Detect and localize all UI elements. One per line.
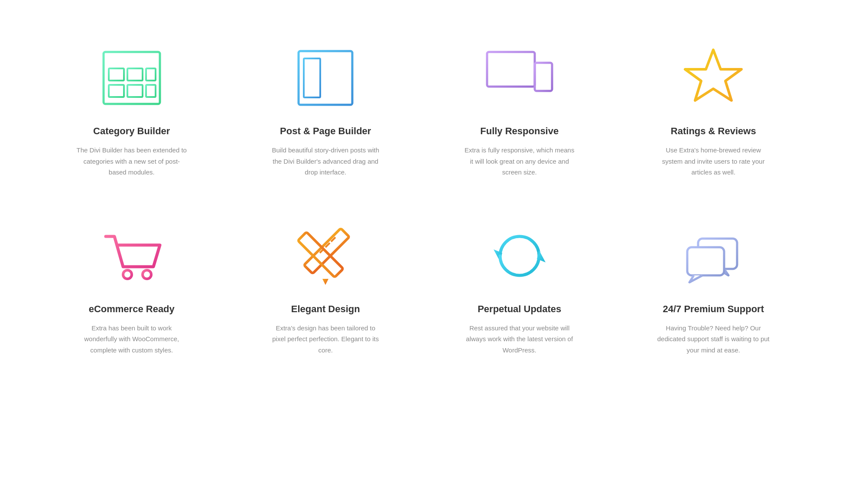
premium-support-icon [679,221,748,291]
perpetual-updates-icon [485,221,554,291]
svg-rect-5 [109,85,124,97]
feature-card-ecommerce-ready: eCommerce Ready Extra has been built to … [35,204,229,382]
svg-marker-19 [685,50,741,100]
svg-rect-4 [146,68,156,81]
svg-rect-31 [687,247,724,275]
features-grid: Category Builder The Divi Builder has be… [0,0,845,407]
category-builder-icon [97,43,166,113]
feature-card-perpetual-updates: Perpetual Updates Rest assured that your… [422,204,617,382]
elegant-design-icon [291,221,360,291]
elegant-design-desc: Extra's design has been tailored to pixe… [269,323,382,356]
fully-responsive-desc: Extra is fully responsive, which means i… [463,145,576,178]
svg-rect-6 [127,85,143,97]
ecommerce-ready-title: eCommerce Ready [89,304,175,315]
feature-card-premium-support: 24/7 Premium Support Having Trouble? Nee… [617,204,811,382]
feature-card-post-page-builder: Post & Page Builder Build beautiful stor… [229,26,423,204]
feature-card-elegant-design: Elegant Design Extra's design has been t… [229,204,423,382]
svg-rect-9 [304,58,320,97]
svg-point-21 [143,270,151,279]
post-page-builder-desc: Build beautiful story-driven posts with … [269,145,382,178]
svg-rect-17 [535,63,552,91]
premium-support-title: 24/7 Premium Support [663,304,764,315]
ratings-reviews-icon [679,43,748,113]
post-page-builder-title: Post & Page Builder [280,126,371,137]
category-builder-desc: The Divi Builder has been extended to ca… [75,145,188,178]
svg-rect-2 [109,68,124,81]
ratings-reviews-title: Ratings & Reviews [671,126,756,137]
ecommerce-ready-icon [97,221,166,291]
premium-support-desc: Having Trouble? Need help? Our dedicated… [657,323,770,356]
svg-rect-14 [487,52,535,87]
elegant-design-title: Elegant Design [291,304,360,315]
fully-responsive-icon [485,43,554,113]
perpetual-updates-title: Perpetual Updates [478,304,561,315]
svg-rect-7 [146,85,156,97]
feature-card-ratings-reviews: Ratings & Reviews Use Extra's home-brewe… [617,26,811,204]
category-builder-title: Category Builder [93,126,170,137]
svg-rect-26 [298,232,344,277]
svg-rect-3 [127,68,143,81]
svg-marker-27 [322,279,328,285]
feature-card-fully-responsive: Fully Responsive Extra is fully responsi… [422,26,617,204]
post-page-builder-icon [291,43,360,113]
svg-point-20 [123,270,132,279]
fully-responsive-title: Fully Responsive [480,126,559,137]
ecommerce-ready-desc: Extra has been built to work wonderfully… [75,323,188,356]
ratings-reviews-desc: Use Extra's home-brewed review system an… [657,145,770,178]
perpetual-updates-desc: Rest assured that your website will alwa… [463,323,576,356]
feature-card-category-builder: Category Builder The Divi Builder has be… [35,26,229,204]
